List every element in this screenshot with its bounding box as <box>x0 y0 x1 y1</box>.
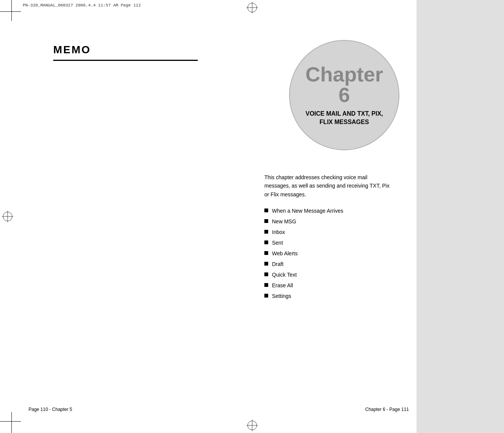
bullet-square-icon <box>264 294 268 298</box>
memo-underline <box>53 60 198 61</box>
chapter-circle: Chapter 6 VOICE MAIL AND TXT, PIX, FLIX … <box>289 40 399 150</box>
chapter-topics-list: When a New Message ArrivesNew MSGInboxSe… <box>264 207 394 300</box>
list-item-label: Draft <box>272 260 283 268</box>
crop-mark-tl-h <box>0 11 21 12</box>
list-item-label: Erase All <box>272 282 293 290</box>
bullet-square-icon <box>264 262 268 266</box>
crop-mark-tl-v <box>11 0 12 21</box>
reg-mark-left <box>2 211 13 222</box>
list-item-label: Inbox <box>272 228 285 236</box>
list-item: New MSG <box>264 218 394 226</box>
right-page-content: This chapter addresses checking voice ma… <box>264 173 394 303</box>
chapter-subtitle: VOICE MAIL AND TXT, PIX, FLIX MESSAGES <box>301 110 387 127</box>
page-number-right: Chapter 6 - Page 111 <box>365 407 409 412</box>
list-item-label: Quick Text <box>272 271 297 279</box>
crop-mark-bl-h <box>0 421 21 422</box>
page-number-left: Page 110 - Chapter 5 <box>29 407 72 412</box>
gray-side-panel <box>417 0 504 433</box>
bullet-square-icon <box>264 209 268 212</box>
list-item: Settings <box>264 292 394 300</box>
left-page: MEMO <box>23 23 243 403</box>
list-item: Inbox <box>264 228 394 236</box>
list-item-label: Sent <box>272 239 283 247</box>
reg-mark-bottom <box>246 420 258 431</box>
chapter-number: Chapter 6 <box>301 64 387 105</box>
list-item-label: Web Alerts <box>272 250 297 258</box>
bullet-square-icon <box>264 240 268 244</box>
list-item-label: When a New Message Arrives <box>272 207 343 215</box>
bullet-square-icon <box>264 272 268 276</box>
bullet-square-icon <box>264 219 268 223</box>
chapter-circle-container: Chapter 6 VOICE MAIL AND TXT, PIX, FLIX … <box>289 40 399 150</box>
list-item-label: Settings <box>272 292 291 300</box>
list-item-label: New MSG <box>272 218 296 226</box>
list-item: Quick Text <box>264 271 394 279</box>
intro-paragraph: This chapter addresses checking voice ma… <box>264 173 394 199</box>
list-item: Web Alerts <box>264 250 394 258</box>
list-item: Draft <box>264 260 394 268</box>
reg-mark-top <box>246 2 258 13</box>
list-item: When a New Message Arrives <box>264 207 394 215</box>
list-item: Sent <box>264 239 394 247</box>
crop-mark-bl-v <box>11 412 12 433</box>
file-info-header: PN-320_MANUAL_060327 2006.4.4 11:57 AM P… <box>23 3 141 8</box>
list-item: Erase All <box>264 282 394 290</box>
bullet-square-icon <box>264 283 268 287</box>
bullet-square-icon <box>264 251 268 255</box>
memo-title: MEMO <box>53 44 91 58</box>
bullet-square-icon <box>264 230 268 234</box>
